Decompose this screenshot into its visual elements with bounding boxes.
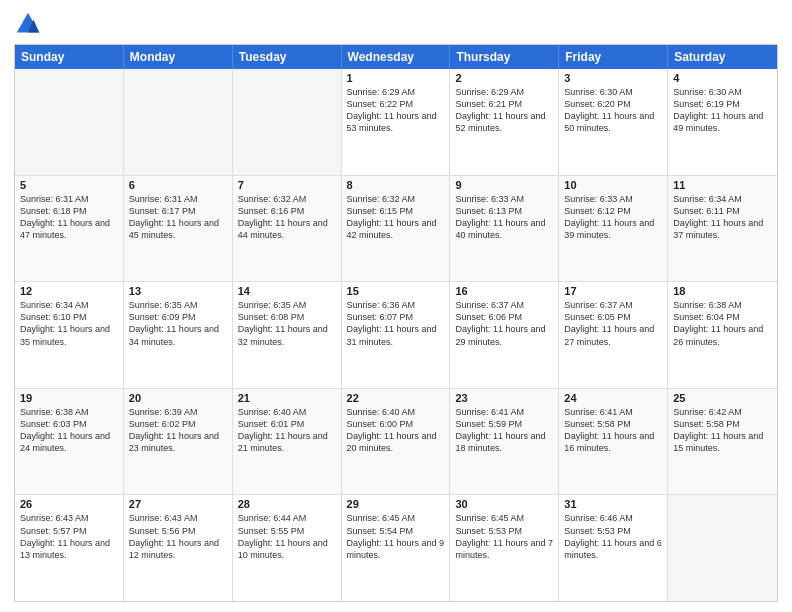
weekday-header: Tuesday [233,45,342,69]
day-number: 5 [20,179,118,191]
calendar-day: 10Sunrise: 6:33 AM Sunset: 6:12 PM Dayli… [559,176,668,282]
day-number: 7 [238,179,336,191]
day-number: 8 [347,179,445,191]
day-info: Sunrise: 6:43 AM Sunset: 5:57 PM Dayligh… [20,512,118,561]
day-number: 18 [673,285,772,297]
day-info: Sunrise: 6:32 AM Sunset: 6:16 PM Dayligh… [238,193,336,242]
day-number: 4 [673,72,772,84]
weekday-header: Friday [559,45,668,69]
day-info: Sunrise: 6:39 AM Sunset: 6:02 PM Dayligh… [129,406,227,455]
day-number: 3 [564,72,662,84]
calendar-day: 28Sunrise: 6:44 AM Sunset: 5:55 PM Dayli… [233,495,342,601]
calendar-day: 8Sunrise: 6:32 AM Sunset: 6:15 PM Daylig… [342,176,451,282]
day-info: Sunrise: 6:43 AM Sunset: 5:56 PM Dayligh… [129,512,227,561]
day-info: Sunrise: 6:45 AM Sunset: 5:53 PM Dayligh… [455,512,553,561]
calendar-day: 14Sunrise: 6:35 AM Sunset: 6:08 PM Dayli… [233,282,342,388]
day-info: Sunrise: 6:44 AM Sunset: 5:55 PM Dayligh… [238,512,336,561]
calendar-row: 1Sunrise: 6:29 AM Sunset: 6:22 PM Daylig… [15,69,777,176]
calendar-day: 17Sunrise: 6:37 AM Sunset: 6:05 PM Dayli… [559,282,668,388]
logo-icon [14,10,42,38]
day-info: Sunrise: 6:33 AM Sunset: 6:12 PM Dayligh… [564,193,662,242]
day-info: Sunrise: 6:41 AM Sunset: 5:58 PM Dayligh… [564,406,662,455]
calendar-row: 19Sunrise: 6:38 AM Sunset: 6:03 PM Dayli… [15,389,777,496]
calendar-day: 9Sunrise: 6:33 AM Sunset: 6:13 PM Daylig… [450,176,559,282]
day-info: Sunrise: 6:34 AM Sunset: 6:10 PM Dayligh… [20,299,118,348]
day-number: 9 [455,179,553,191]
page: SundayMondayTuesdayWednesdayThursdayFrid… [0,0,792,612]
empty-day [668,495,777,601]
weekday-header: Thursday [450,45,559,69]
calendar-day: 29Sunrise: 6:45 AM Sunset: 5:54 PM Dayli… [342,495,451,601]
day-number: 1 [347,72,445,84]
day-number: 25 [673,392,772,404]
header [14,10,778,38]
calendar-day: 22Sunrise: 6:40 AM Sunset: 6:00 PM Dayli… [342,389,451,495]
day-number: 11 [673,179,772,191]
calendar-row: 12Sunrise: 6:34 AM Sunset: 6:10 PM Dayli… [15,282,777,389]
day-number: 23 [455,392,553,404]
day-info: Sunrise: 6:41 AM Sunset: 5:59 PM Dayligh… [455,406,553,455]
weekday-header: Saturday [668,45,777,69]
day-number: 14 [238,285,336,297]
day-info: Sunrise: 6:29 AM Sunset: 6:21 PM Dayligh… [455,86,553,135]
day-number: 10 [564,179,662,191]
day-info: Sunrise: 6:42 AM Sunset: 5:58 PM Dayligh… [673,406,772,455]
day-number: 22 [347,392,445,404]
calendar-day: 18Sunrise: 6:38 AM Sunset: 6:04 PM Dayli… [668,282,777,388]
day-number: 19 [20,392,118,404]
day-number: 6 [129,179,227,191]
logo [14,10,46,38]
day-info: Sunrise: 6:35 AM Sunset: 6:08 PM Dayligh… [238,299,336,348]
day-info: Sunrise: 6:31 AM Sunset: 6:17 PM Dayligh… [129,193,227,242]
day-number: 24 [564,392,662,404]
day-info: Sunrise: 6:37 AM Sunset: 6:06 PM Dayligh… [455,299,553,348]
calendar-row: 5Sunrise: 6:31 AM Sunset: 6:18 PM Daylig… [15,176,777,283]
empty-day [233,69,342,175]
calendar-day: 13Sunrise: 6:35 AM Sunset: 6:09 PM Dayli… [124,282,233,388]
calendar-day: 19Sunrise: 6:38 AM Sunset: 6:03 PM Dayli… [15,389,124,495]
calendar-day: 1Sunrise: 6:29 AM Sunset: 6:22 PM Daylig… [342,69,451,175]
calendar-header: SundayMondayTuesdayWednesdayThursdayFrid… [15,45,777,69]
calendar-day: 12Sunrise: 6:34 AM Sunset: 6:10 PM Dayli… [15,282,124,388]
calendar-day: 4Sunrise: 6:30 AM Sunset: 6:19 PM Daylig… [668,69,777,175]
day-number: 26 [20,498,118,510]
day-number: 27 [129,498,227,510]
calendar-day: 26Sunrise: 6:43 AM Sunset: 5:57 PM Dayli… [15,495,124,601]
weekday-header: Monday [124,45,233,69]
calendar-row: 26Sunrise: 6:43 AM Sunset: 5:57 PM Dayli… [15,495,777,601]
day-info: Sunrise: 6:45 AM Sunset: 5:54 PM Dayligh… [347,512,445,561]
day-info: Sunrise: 6:38 AM Sunset: 6:04 PM Dayligh… [673,299,772,348]
day-number: 13 [129,285,227,297]
calendar-day: 24Sunrise: 6:41 AM Sunset: 5:58 PM Dayli… [559,389,668,495]
calendar-day: 27Sunrise: 6:43 AM Sunset: 5:56 PM Dayli… [124,495,233,601]
calendar-day: 21Sunrise: 6:40 AM Sunset: 6:01 PM Dayli… [233,389,342,495]
day-number: 28 [238,498,336,510]
day-number: 20 [129,392,227,404]
day-info: Sunrise: 6:46 AM Sunset: 5:53 PM Dayligh… [564,512,662,561]
calendar-day: 6Sunrise: 6:31 AM Sunset: 6:17 PM Daylig… [124,176,233,282]
day-info: Sunrise: 6:35 AM Sunset: 6:09 PM Dayligh… [129,299,227,348]
day-info: Sunrise: 6:29 AM Sunset: 6:22 PM Dayligh… [347,86,445,135]
day-info: Sunrise: 6:40 AM Sunset: 6:00 PM Dayligh… [347,406,445,455]
calendar-day: 31Sunrise: 6:46 AM Sunset: 5:53 PM Dayli… [559,495,668,601]
calendar-day: 20Sunrise: 6:39 AM Sunset: 6:02 PM Dayli… [124,389,233,495]
calendar: SundayMondayTuesdayWednesdayThursdayFrid… [14,44,778,602]
day-number: 31 [564,498,662,510]
calendar-day: 11Sunrise: 6:34 AM Sunset: 6:11 PM Dayli… [668,176,777,282]
calendar-day: 5Sunrise: 6:31 AM Sunset: 6:18 PM Daylig… [15,176,124,282]
weekday-header: Wednesday [342,45,451,69]
calendar-day: 3Sunrise: 6:30 AM Sunset: 6:20 PM Daylig… [559,69,668,175]
day-info: Sunrise: 6:38 AM Sunset: 6:03 PM Dayligh… [20,406,118,455]
day-number: 16 [455,285,553,297]
calendar-day: 30Sunrise: 6:45 AM Sunset: 5:53 PM Dayli… [450,495,559,601]
empty-day [124,69,233,175]
day-info: Sunrise: 6:36 AM Sunset: 6:07 PM Dayligh… [347,299,445,348]
calendar-day: 7Sunrise: 6:32 AM Sunset: 6:16 PM Daylig… [233,176,342,282]
calendar-day: 23Sunrise: 6:41 AM Sunset: 5:59 PM Dayli… [450,389,559,495]
calendar-day: 25Sunrise: 6:42 AM Sunset: 5:58 PM Dayli… [668,389,777,495]
day-number: 21 [238,392,336,404]
empty-day [15,69,124,175]
calendar-day: 15Sunrise: 6:36 AM Sunset: 6:07 PM Dayli… [342,282,451,388]
weekday-header: Sunday [15,45,124,69]
day-number: 30 [455,498,553,510]
